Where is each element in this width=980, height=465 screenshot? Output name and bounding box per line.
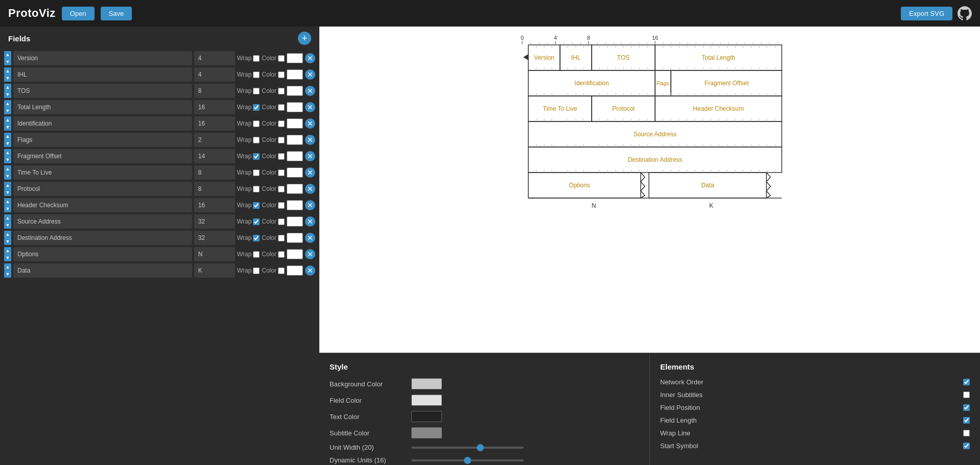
export-svg-button[interactable]: Export SVG	[901, 7, 952, 20]
move-down-button[interactable]: ▼	[4, 254, 11, 261]
move-up-button[interactable]: ▲	[4, 165, 11, 173]
wrap-checkbox[interactable]	[253, 71, 260, 78]
move-up-button[interactable]: ▲	[4, 100, 11, 107]
element-checkbox[interactable]	[963, 391, 970, 398]
wrap-checkbox[interactable]	[253, 55, 260, 62]
field-value-input[interactable]	[194, 149, 235, 163]
move-up-button[interactable]: ▲	[4, 198, 11, 205]
field-color-swatch[interactable]	[287, 102, 303, 112]
delete-field-button[interactable]: ✕	[305, 184, 315, 194]
field-color-swatch[interactable]	[287, 53, 303, 63]
field-name-input[interactable]	[13, 67, 192, 82]
move-down-button[interactable]: ▼	[4, 58, 11, 65]
move-down-button[interactable]: ▼	[4, 75, 11, 82]
move-up-button[interactable]: ▲	[4, 247, 11, 254]
color-checkbox[interactable]	[278, 71, 285, 78]
field-value-input[interactable]	[194, 100, 235, 114]
wrap-checkbox[interactable]	[253, 169, 260, 176]
move-up-button[interactable]: ▲	[4, 263, 11, 271]
delete-field-button[interactable]: ✕	[305, 86, 315, 96]
delete-field-button[interactable]: ✕	[305, 118, 315, 129]
delete-field-button[interactable]: ✕	[305, 135, 315, 145]
delete-field-button[interactable]: ✕	[305, 249, 315, 259]
move-down-button[interactable]: ▼	[4, 140, 11, 147]
field-color-swatch[interactable]	[287, 249, 303, 259]
wrap-checkbox[interactable]	[253, 267, 260, 274]
wrap-checkbox[interactable]	[253, 251, 260, 258]
field-color-swatch[interactable]	[287, 118, 303, 129]
move-up-button[interactable]: ▲	[4, 231, 11, 238]
field-name-input[interactable]	[13, 165, 192, 180]
element-checkbox[interactable]	[963, 430, 970, 436]
move-down-button[interactable]: ▼	[4, 107, 11, 114]
move-down-button[interactable]: ▼	[4, 189, 11, 196]
field-value-input[interactable]	[194, 198, 235, 212]
delete-field-button[interactable]: ✕	[305, 200, 315, 210]
color-checkbox[interactable]	[278, 267, 285, 274]
wrap-checkbox[interactable]	[253, 218, 260, 225]
delete-field-button[interactable]: ✕	[305, 167, 315, 178]
move-up-button[interactable]: ▲	[4, 51, 11, 58]
move-down-button[interactable]: ▼	[4, 271, 11, 278]
field-color-swatch[interactable]	[287, 184, 303, 194]
field-value-input[interactable]	[194, 214, 235, 229]
field-color-swatch[interactable]	[287, 216, 303, 227]
color-checkbox[interactable]	[278, 55, 285, 62]
color-checkbox[interactable]	[278, 104, 285, 111]
color-checkbox[interactable]	[278, 153, 285, 160]
unit-width-slider[interactable]	[411, 447, 524, 449]
field-value-input[interactable]	[194, 116, 235, 131]
move-down-button[interactable]: ▼	[4, 91, 11, 98]
field-value-input[interactable]	[194, 182, 235, 196]
open-button[interactable]: Open	[62, 7, 95, 20]
delete-field-button[interactable]: ✕	[305, 69, 315, 80]
color-checkbox[interactable]	[278, 251, 285, 258]
color-checkbox[interactable]	[278, 137, 285, 143]
field-value-input[interactable]	[194, 67, 235, 82]
delete-field-button[interactable]: ✕	[305, 151, 315, 161]
field-color-swatch[interactable]	[287, 135, 303, 145]
move-up-button[interactable]: ▲	[4, 116, 11, 124]
move-up-button[interactable]: ▲	[4, 214, 11, 222]
move-up-button[interactable]: ▲	[4, 133, 11, 140]
field-name-input[interactable]	[13, 116, 192, 131]
save-button[interactable]: Save	[101, 7, 132, 20]
dynamic-units-slider[interactable]	[411, 459, 524, 461]
field-name-input[interactable]	[13, 214, 192, 229]
delete-field-button[interactable]: ✕	[305, 53, 315, 63]
move-down-button[interactable]: ▼	[4, 222, 11, 229]
move-up-button[interactable]: ▲	[4, 149, 11, 156]
move-down-button[interactable]: ▼	[4, 156, 11, 163]
color-checkbox[interactable]	[278, 169, 285, 176]
field-name-input[interactable]	[13, 84, 192, 98]
field-name-input[interactable]	[13, 133, 192, 147]
field-color-swatch[interactable]	[287, 167, 303, 178]
move-down-button[interactable]: ▼	[4, 205, 11, 212]
subtitle-color-swatch[interactable]	[411, 427, 442, 438]
field-name-input[interactable]	[13, 247, 192, 261]
text-color-swatch[interactable]	[411, 411, 442, 422]
field-name-input[interactable]	[13, 182, 192, 196]
element-checkbox[interactable]	[963, 404, 970, 411]
wrap-checkbox[interactable]	[253, 120, 260, 127]
delete-field-button[interactable]: ✕	[305, 265, 315, 276]
move-down-button[interactable]: ▼	[4, 124, 11, 131]
field-color-swatch[interactable]	[287, 265, 303, 276]
move-down-button[interactable]: ▼	[4, 238, 11, 245]
add-field-button[interactable]: +	[298, 32, 311, 45]
wrap-checkbox[interactable]	[253, 235, 260, 241]
delete-field-button[interactable]: ✕	[305, 233, 315, 243]
field-name-input[interactable]	[13, 51, 192, 65]
move-up-button[interactable]: ▲	[4, 182, 11, 189]
wrap-checkbox[interactable]	[253, 88, 260, 94]
field-color-swatch[interactable]	[287, 233, 303, 243]
element-checkbox[interactable]	[963, 417, 970, 424]
color-checkbox[interactable]	[278, 218, 285, 225]
field-name-input[interactable]	[13, 263, 192, 278]
wrap-checkbox[interactable]	[253, 186, 260, 192]
color-checkbox[interactable]	[278, 88, 285, 94]
color-checkbox[interactable]	[278, 120, 285, 127]
wrap-checkbox[interactable]	[253, 137, 260, 143]
field-value-input[interactable]	[194, 263, 235, 278]
field-name-input[interactable]	[13, 198, 192, 212]
